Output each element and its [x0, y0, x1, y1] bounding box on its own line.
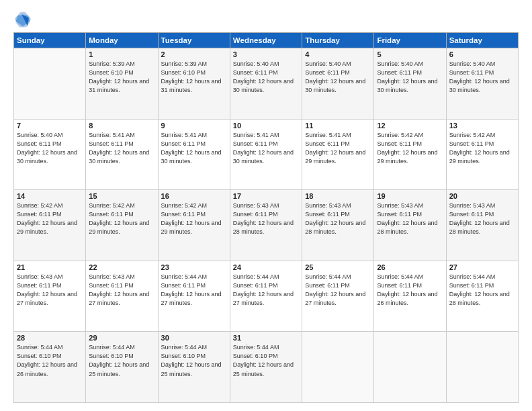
- weekday-header-monday: Monday: [86, 33, 158, 48]
- day-cell: 29Sunrise: 5:44 AMSunset: 6:10 PMDayligh…: [86, 332, 158, 403]
- day-cell: 21Sunrise: 5:43 AMSunset: 6:11 PMDayligh…: [14, 261, 86, 332]
- weekday-header-tuesday: Tuesday: [158, 33, 230, 48]
- day-cell: 8Sunrise: 5:41 AMSunset: 6:11 PMDaylight…: [86, 119, 158, 190]
- day-info: Sunrise: 5:40 AMSunset: 6:11 PMDaylight:…: [449, 60, 515, 95]
- day-info: Sunrise: 5:44 AMSunset: 6:10 PMDaylight:…: [17, 343, 83, 378]
- week-row-5: 28Sunrise: 5:44 AMSunset: 6:10 PMDayligh…: [14, 332, 519, 403]
- day-info: Sunrise: 5:40 AMSunset: 6:11 PMDaylight:…: [377, 60, 443, 95]
- day-info: Sunrise: 5:42 AMSunset: 6:11 PMDaylight:…: [89, 201, 154, 236]
- day-cell: 4Sunrise: 5:40 AMSunset: 6:11 PMDaylight…: [302, 48, 374, 120]
- calendar-table: SundayMondayTuesdayWednesdayThursdayFrid…: [13, 32, 519, 403]
- day-number: 15: [89, 192, 154, 200]
- header: [13, 11, 519, 30]
- day-cell: 9Sunrise: 5:41 AMSunset: 6:11 PMDaylight…: [158, 119, 230, 190]
- day-number: 8: [89, 122, 154, 130]
- day-info: Sunrise: 5:42 AMSunset: 6:11 PMDaylight:…: [449, 131, 515, 166]
- day-number: 1: [89, 50, 154, 58]
- day-info: Sunrise: 5:42 AMSunset: 6:11 PMDaylight:…: [17, 201, 83, 236]
- day-info: Sunrise: 5:44 AMSunset: 6:11 PMDaylight:…: [377, 273, 443, 308]
- page: SundayMondayTuesdayWednesdayThursdayFrid…: [0, 0, 532, 411]
- day-cell: [374, 332, 446, 403]
- day-info: Sunrise: 5:41 AMSunset: 6:11 PMDaylight:…: [305, 131, 371, 166]
- day-cell: 16Sunrise: 5:42 AMSunset: 6:11 PMDayligh…: [158, 190, 230, 261]
- day-number: 4: [305, 50, 371, 58]
- day-number: 14: [17, 192, 83, 200]
- day-info: Sunrise: 5:44 AMSunset: 6:10 PMDaylight:…: [161, 343, 227, 378]
- day-number: 17: [233, 192, 299, 200]
- day-number: 16: [161, 192, 227, 200]
- day-info: Sunrise: 5:43 AMSunset: 6:11 PMDaylight:…: [305, 201, 371, 236]
- day-info: Sunrise: 5:39 AMSunset: 6:10 PMDaylight:…: [89, 60, 154, 95]
- day-info: Sunrise: 5:43 AMSunset: 6:11 PMDaylight:…: [377, 201, 443, 236]
- logo-icon: [13, 11, 32, 30]
- day-number: 19: [377, 192, 443, 200]
- day-cell: 11Sunrise: 5:41 AMSunset: 6:11 PMDayligh…: [302, 119, 374, 190]
- day-number: 25: [305, 263, 371, 271]
- day-cell: [14, 48, 86, 120]
- day-info: Sunrise: 5:44 AMSunset: 6:11 PMDaylight:…: [233, 273, 299, 308]
- day-number: 13: [449, 122, 515, 130]
- week-row-1: 1Sunrise: 5:39 AMSunset: 6:10 PMDaylight…: [14, 48, 519, 120]
- day-info: Sunrise: 5:40 AMSunset: 6:11 PMDaylight:…: [305, 60, 371, 95]
- day-cell: 3Sunrise: 5:40 AMSunset: 6:11 PMDaylight…: [230, 48, 302, 120]
- day-number: 30: [161, 334, 227, 342]
- weekday-header-saturday: Saturday: [446, 33, 518, 48]
- day-info: Sunrise: 5:42 AMSunset: 6:11 PMDaylight:…: [377, 131, 443, 166]
- day-cell: 26Sunrise: 5:44 AMSunset: 6:11 PMDayligh…: [374, 261, 446, 332]
- day-info: Sunrise: 5:43 AMSunset: 6:11 PMDaylight:…: [233, 201, 299, 236]
- day-number: 7: [17, 122, 83, 130]
- day-cell: 30Sunrise: 5:44 AMSunset: 6:10 PMDayligh…: [158, 332, 230, 403]
- day-number: 29: [89, 334, 154, 342]
- day-cell: 31Sunrise: 5:44 AMSunset: 6:10 PMDayligh…: [230, 332, 302, 403]
- day-number: 11: [305, 122, 371, 130]
- day-cell: 10Sunrise: 5:41 AMSunset: 6:11 PMDayligh…: [230, 119, 302, 190]
- day-info: Sunrise: 5:41 AMSunset: 6:11 PMDaylight:…: [233, 131, 299, 166]
- day-number: 21: [17, 263, 83, 271]
- weekday-header-wednesday: Wednesday: [230, 33, 302, 48]
- day-number: 22: [89, 263, 154, 271]
- day-info: Sunrise: 5:43 AMSunset: 6:11 PMDaylight:…: [449, 201, 515, 236]
- day-cell: 5Sunrise: 5:40 AMSunset: 6:11 PMDaylight…: [374, 48, 446, 120]
- day-number: 2: [161, 50, 227, 58]
- logo: [13, 11, 35, 30]
- day-info: Sunrise: 5:42 AMSunset: 6:11 PMDaylight:…: [161, 201, 227, 236]
- day-number: 5: [377, 50, 443, 58]
- day-cell: [302, 332, 374, 403]
- day-cell: 13Sunrise: 5:42 AMSunset: 6:11 PMDayligh…: [446, 119, 518, 190]
- day-info: Sunrise: 5:41 AMSunset: 6:11 PMDaylight:…: [161, 131, 227, 166]
- week-row-4: 21Sunrise: 5:43 AMSunset: 6:11 PMDayligh…: [14, 261, 519, 332]
- day-cell: 25Sunrise: 5:44 AMSunset: 6:11 PMDayligh…: [302, 261, 374, 332]
- day-cell: 28Sunrise: 5:44 AMSunset: 6:10 PMDayligh…: [14, 332, 86, 403]
- day-info: Sunrise: 5:44 AMSunset: 6:11 PMDaylight:…: [161, 273, 227, 308]
- day-cell: 1Sunrise: 5:39 AMSunset: 6:10 PMDaylight…: [86, 48, 158, 120]
- day-number: 24: [233, 263, 299, 271]
- day-cell: 7Sunrise: 5:40 AMSunset: 6:11 PMDaylight…: [14, 119, 86, 190]
- day-info: Sunrise: 5:44 AMSunset: 6:11 PMDaylight:…: [305, 273, 371, 308]
- day-cell: 12Sunrise: 5:42 AMSunset: 6:11 PMDayligh…: [374, 119, 446, 190]
- day-info: Sunrise: 5:43 AMSunset: 6:11 PMDaylight:…: [17, 273, 83, 308]
- day-cell: 19Sunrise: 5:43 AMSunset: 6:11 PMDayligh…: [374, 190, 446, 261]
- day-info: Sunrise: 5:44 AMSunset: 6:10 PMDaylight:…: [89, 343, 154, 378]
- day-number: 10: [233, 122, 299, 130]
- day-cell: 2Sunrise: 5:39 AMSunset: 6:10 PMDaylight…: [158, 48, 230, 120]
- day-number: 3: [233, 50, 299, 58]
- day-number: 23: [161, 263, 227, 271]
- weekday-header-thursday: Thursday: [302, 33, 374, 48]
- day-cell: 20Sunrise: 5:43 AMSunset: 6:11 PMDayligh…: [446, 190, 518, 261]
- day-number: 6: [449, 50, 515, 58]
- day-info: Sunrise: 5:41 AMSunset: 6:11 PMDaylight:…: [89, 131, 154, 166]
- day-cell: 6Sunrise: 5:40 AMSunset: 6:11 PMDaylight…: [446, 48, 518, 120]
- day-number: 26: [377, 263, 443, 271]
- day-cell: 18Sunrise: 5:43 AMSunset: 6:11 PMDayligh…: [302, 190, 374, 261]
- weekday-header-row: SundayMondayTuesdayWednesdayThursdayFrid…: [14, 33, 519, 48]
- day-number: 31: [233, 334, 299, 342]
- weekday-header-friday: Friday: [374, 33, 446, 48]
- day-info: Sunrise: 5:44 AMSunset: 6:11 PMDaylight:…: [449, 273, 515, 308]
- day-number: 9: [161, 122, 227, 130]
- day-info: Sunrise: 5:40 AMSunset: 6:11 PMDaylight:…: [233, 60, 299, 95]
- day-number: 28: [17, 334, 83, 342]
- day-info: Sunrise: 5:43 AMSunset: 6:11 PMDaylight:…: [89, 273, 154, 308]
- week-row-2: 7Sunrise: 5:40 AMSunset: 6:11 PMDaylight…: [14, 119, 519, 190]
- day-cell: 24Sunrise: 5:44 AMSunset: 6:11 PMDayligh…: [230, 261, 302, 332]
- day-number: 27: [449, 263, 515, 271]
